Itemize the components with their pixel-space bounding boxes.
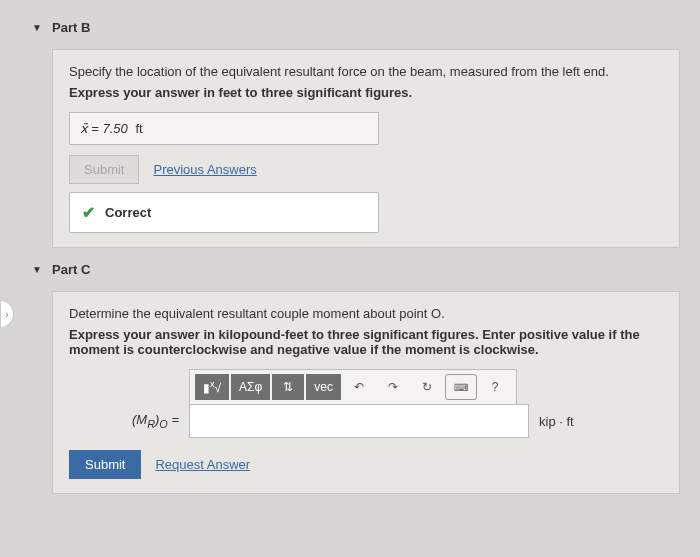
correct-label: Correct xyxy=(105,205,151,220)
vector-button[interactable]: vec xyxy=(306,374,341,400)
subscript-button[interactable]: ⇅ xyxy=(272,374,304,400)
part-b-header[interactable]: ▼ Part B xyxy=(52,20,680,35)
greek-button[interactable]: ΑΣφ xyxy=(231,374,270,400)
collapse-caret-icon[interactable]: ▼ xyxy=(32,264,42,275)
submit-button[interactable]: Submit xyxy=(69,450,141,479)
part-b-title: Part B xyxy=(52,20,90,35)
submit-button-disabled: Submit xyxy=(69,155,139,184)
answer-unit: ft xyxy=(135,121,142,136)
undo-button[interactable]: ↶ xyxy=(343,374,375,400)
answer-value: 7.50 xyxy=(103,121,128,136)
help-button[interactable]: ? xyxy=(479,374,511,400)
collapse-caret-icon[interactable]: ▼ xyxy=(32,22,42,33)
part-b-express-hint: Express your answer in feet to three sig… xyxy=(69,85,663,100)
template-button[interactable]: ▮x√ xyxy=(195,374,229,400)
part-b-answer-display: x̄ = 7.50 ft xyxy=(69,112,379,145)
answer-variable: x̄ = xyxy=(80,121,99,136)
part-c-panel: Determine the equivalent resultant coupl… xyxy=(52,291,680,494)
check-icon: ✔ xyxy=(82,203,95,222)
reset-button[interactable]: ↻ xyxy=(411,374,443,400)
part-c-header[interactable]: ▼ Part C xyxy=(52,262,680,277)
redo-button[interactable]: ↷ xyxy=(377,374,409,400)
part-c-express-hint: Express your answer in kilopound-feet to… xyxy=(69,327,663,357)
chevron-right-icon: › xyxy=(5,309,8,320)
formula-label: (MR)O = xyxy=(69,412,179,430)
previous-answers-link[interactable]: Previous Answers xyxy=(153,162,256,177)
part-c-title: Part C xyxy=(52,262,90,277)
sqrt-icon: ▮x√ xyxy=(203,379,221,395)
part-c-instruction: Determine the equivalent resultant coupl… xyxy=(69,306,663,321)
unit-label: kip · ft xyxy=(539,414,574,429)
equation-toolbar: ▮x√ ΑΣφ ⇅ vec ↶ ↷ ↻ ⌨ ? xyxy=(189,369,517,404)
part-b-panel: Specify the location of the equivalent r… xyxy=(52,49,680,248)
keyboard-button[interactable]: ⌨ xyxy=(445,374,477,400)
request-answer-link[interactable]: Request Answer xyxy=(155,457,250,472)
formula-input[interactable] xyxy=(189,404,529,438)
part-b-instruction: Specify the location of the equivalent r… xyxy=(69,64,663,79)
correct-feedback: ✔ Correct xyxy=(69,192,379,233)
